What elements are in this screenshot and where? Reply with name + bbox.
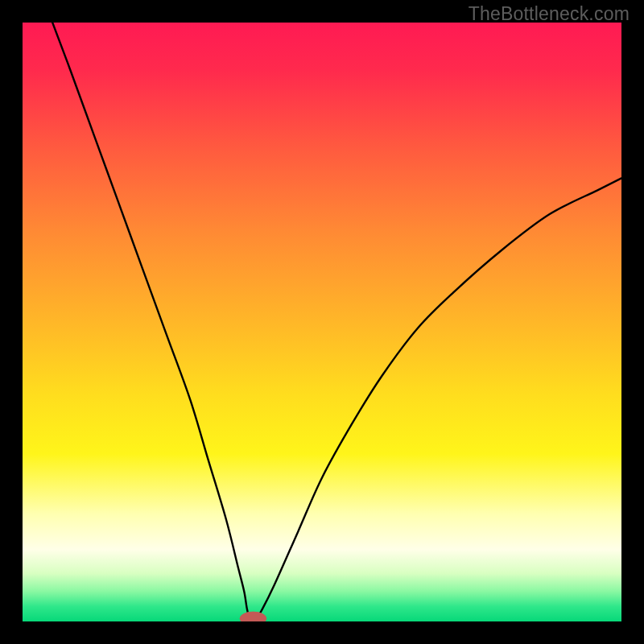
bottleneck-chart <box>23 23 621 621</box>
gradient-background <box>23 23 621 621</box>
optimal-point-marker <box>240 612 266 621</box>
outer-frame: TheBottleneck.com <box>0 0 644 644</box>
watermark-text: TheBottleneck.com <box>469 3 630 25</box>
plot-area <box>23 23 621 621</box>
